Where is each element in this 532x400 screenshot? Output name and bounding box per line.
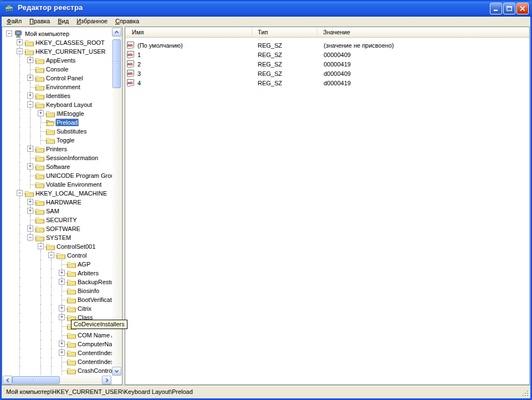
- tree-item-label[interactable]: ControlSet001: [55, 243, 96, 250]
- tree-item-control-panel[interactable]: +Control Panel: [3, 74, 112, 83]
- tree-item-substitutes[interactable]: Substitutes: [3, 127, 112, 136]
- expander-plus-icon[interactable]: +: [59, 305, 65, 311]
- maximize-button[interactable]: [503, 3, 515, 14]
- expander-plus-icon[interactable]: +: [59, 341, 65, 347]
- menu-item-edit[interactable]: Правка: [25, 17, 54, 25]
- expander-plus-icon[interactable]: +: [59, 270, 65, 276]
- tree-item-controlset001[interactable]: −ControlSet001: [3, 242, 112, 251]
- tree-item-sam[interactable]: +SAM: [3, 207, 112, 216]
- close-button[interactable]: [516, 3, 529, 14]
- tree-item-contentindexcommon[interactable]: ContentIndexCommon: [3, 357, 112, 366]
- tree-item-environment[interactable]: Environment: [3, 83, 112, 91]
- tree-item-label[interactable]: IMEtoggle: [55, 110, 85, 117]
- horizontal-scroll-thumb[interactable]: [12, 376, 60, 384]
- tree-item-мой-компьютер[interactable]: −Мой компьютер: [3, 29, 112, 38]
- tree-item-label[interactable]: Volatile Environment: [45, 181, 103, 188]
- resize-grip-icon[interactable]: [522, 390, 529, 397]
- minimize-button[interactable]: [490, 3, 502, 14]
- tree-item-label[interactable]: Arbiters: [76, 269, 100, 277]
- column-header-name[interactable]: Имя: [125, 27, 252, 37]
- tree-item-label[interactable]: Environment: [45, 83, 81, 91]
- tree-item-label[interactable]: HKEY_CLASSES_ROOT: [34, 39, 106, 47]
- scroll-right-button[interactable]: [102, 376, 111, 384]
- tree-item-unicode-program-groups[interactable]: UNICODE Program Groups: [3, 171, 112, 180]
- tree-item-label[interactable]: AGP: [76, 260, 91, 268]
- tree-item-preload[interactable]: Preload: [3, 118, 112, 127]
- tree-item-label[interactable]: SOFTWARE: [45, 225, 81, 233]
- tree-item-label[interactable]: BootVerificationProgram: [76, 296, 112, 304]
- menu-item-help[interactable]: Справка: [111, 17, 143, 25]
- menu-item-favorites[interactable]: Избранное: [73, 17, 111, 25]
- scroll-down-button[interactable]: [112, 367, 121, 376]
- column-header-type[interactable]: Тип: [252, 27, 318, 37]
- tree-item-security[interactable]: SECURITY: [3, 216, 112, 224]
- tree-item-label[interactable]: Control Panel: [45, 74, 84, 82]
- scroll-up-button[interactable]: [112, 28, 121, 37]
- expander-minus-icon[interactable]: −: [17, 48, 23, 54]
- tree-item-label[interactable]: HKEY_CURRENT_USER: [34, 48, 107, 55]
- expander-plus-icon[interactable]: +: [27, 57, 33, 63]
- tree-item-citrix[interactable]: +Citrix: [3, 304, 112, 313]
- expander-plus-icon[interactable]: +: [27, 225, 33, 232]
- expander-plus-icon[interactable]: +: [27, 93, 33, 99]
- tree-item-control[interactable]: −Control: [3, 251, 112, 260]
- tree-item-hkey-local-machine[interactable]: −HKEY_LOCAL_MACHINE: [3, 189, 112, 198]
- vertical-scroll-thumb[interactable]: [112, 39, 121, 88]
- tree-item-imetoggle[interactable]: +IMEtoggle: [3, 109, 112, 118]
- tree-item-identities[interactable]: +Identities: [3, 91, 112, 100]
- tree-item-label[interactable]: HKEY_LOCAL_MACHINE: [34, 189, 108, 197]
- tree-item-software[interactable]: +Software: [3, 162, 112, 171]
- tree-item-keyboard-layout[interactable]: −Keyboard Layout: [3, 100, 112, 109]
- tree-item-bootverificationprogram[interactable]: BootVerificationProgram: [3, 295, 112, 304]
- tree-item-label[interactable]: Toggle: [55, 136, 75, 144]
- tree-item-console[interactable]: Console: [3, 65, 112, 74]
- tree-item-label[interactable]: Keyboard Layout: [45, 101, 93, 109]
- expander-plus-icon[interactable]: +: [59, 350, 65, 356]
- scroll-left-button[interactable]: [3, 376, 12, 384]
- expander-plus-icon[interactable]: +: [27, 208, 33, 214]
- menu-item-view[interactable]: Вид: [54, 17, 73, 25]
- registry-value-row-3[interactable]: ab3REG_SZd0000409: [125, 69, 529, 78]
- tree-item-label[interactable]: Substitutes: [55, 127, 88, 135]
- tree-item-label[interactable]: SAM: [45, 207, 60, 215]
- tree-item-printers[interactable]: +Printers: [3, 145, 112, 153]
- tree-item-hkey-current-user[interactable]: −HKEY_CURRENT_USER: [3, 47, 112, 56]
- tree-item-label[interactable]: CrashControl: [76, 367, 112, 375]
- tree-item-label[interactable]: BackupRestore: [76, 278, 112, 286]
- menu-item-file[interactable]: Файл: [3, 17, 25, 25]
- title-bar[interactable]: Редактор реестра: [0, 0, 532, 17]
- tree-item-appevents[interactable]: +AppEvents: [3, 56, 112, 65]
- tree-item-sessioninformation[interactable]: SessionInformation: [3, 153, 112, 162]
- registry-value-row-4[interactable]: ab4REG_SZd0000419: [125, 78, 529, 88]
- expander-plus-icon[interactable]: +: [17, 39, 23, 45]
- tree-item-label[interactable]: COM Name Arbiter: [76, 331, 112, 339]
- expander-minus-icon[interactable]: −: [27, 101, 33, 107]
- tree-item-backuprestore[interactable]: +BackupRestore: [3, 278, 112, 286]
- tree-item-contentindex[interactable]: +ContentIndex: [3, 348, 112, 357]
- tree-item-arbiters[interactable]: +Arbiters: [3, 269, 112, 278]
- tree-item-software[interactable]: +SOFTWARE: [3, 224, 112, 233]
- tree-item-crashcontrol[interactable]: CrashControl: [3, 366, 112, 375]
- tree-item-label[interactable]: Preload: [55, 119, 79, 126]
- expander-minus-icon[interactable]: −: [48, 252, 54, 258]
- tree-item-toggle[interactable]: Toggle: [3, 136, 112, 145]
- expander-plus-icon[interactable]: +: [27, 163, 33, 170]
- column-header-value[interactable]: Значение: [318, 27, 529, 37]
- tree-item-label[interactable]: ContentIndex: [76, 349, 112, 357]
- tree-item-label[interactable]: Biosinfo: [76, 287, 100, 295]
- tree-item-label[interactable]: ContentIndexCommon: [76, 358, 112, 366]
- tree-item-label[interactable]: SYSTEM: [45, 234, 72, 242]
- tree-item-label[interactable]: Console: [45, 65, 69, 73]
- tree-item-hkey-classes-root[interactable]: +HKEY_CLASSES_ROOT: [3, 38, 112, 47]
- expander-plus-icon[interactable]: +: [27, 199, 33, 205]
- tree-horizontal-scrollbar[interactable]: [3, 376, 111, 384]
- expander-minus-icon[interactable]: −: [17, 190, 23, 196]
- expander-plus-icon[interactable]: +: [27, 146, 33, 152]
- tree-item-volatile-environment[interactable]: Volatile Environment: [3, 180, 112, 189]
- tree-item-label[interactable]: ComputerName: [76, 340, 112, 348]
- expander-plus-icon[interactable]: +: [59, 279, 65, 285]
- expander-minus-icon[interactable]: −: [38, 243, 44, 249]
- tree-item-label[interactable]: Printers: [45, 145, 68, 153]
- tree-item-label[interactable]: Control: [66, 252, 88, 259]
- tree-item-label[interactable]: Citrix: [76, 305, 93, 312]
